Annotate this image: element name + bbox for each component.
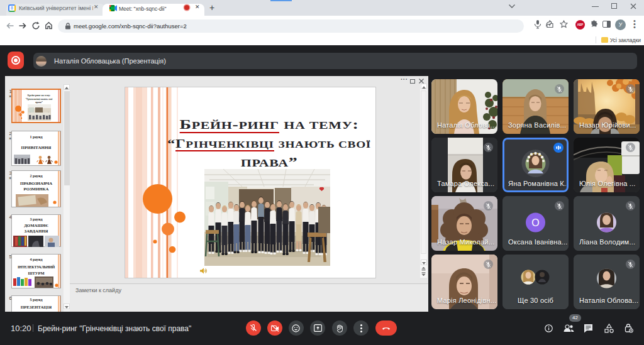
svg-text:права”: права” (35, 101, 43, 104)
svg-text:“Грінченківці знають свої: “Грінченківці знають свої (26, 97, 53, 101)
svg-text:O: O (531, 217, 539, 228)
svg-text:Брейн-ринг на тему:: Брейн-ринг на тему: (28, 94, 50, 97)
